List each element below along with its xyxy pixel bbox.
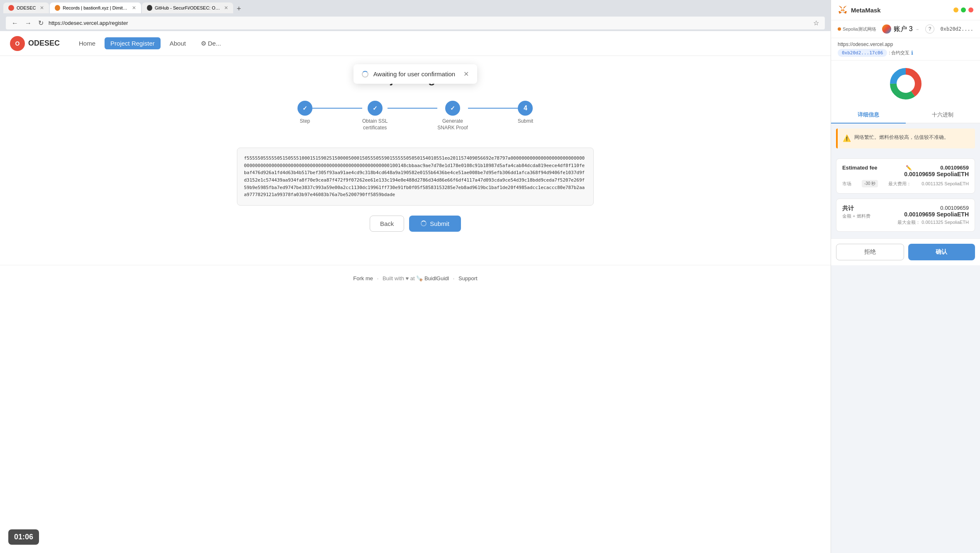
metamask-logo-icon xyxy=(838,5,848,15)
mm-help-button[interactable]: ? xyxy=(925,24,934,34)
mm-title-text: MetaMask xyxy=(851,7,881,14)
mm-tab-hex[interactable]: 十六进制 xyxy=(906,107,980,124)
mm-top-bar: Sepolia测试网络 账户 3 → ? 0xb20d2.... xyxy=(831,20,980,38)
tab-github[interactable]: GitHub - SecurFi/ODESEC: On-ch... ✕ xyxy=(142,2,233,13)
svg-marker-5 xyxy=(843,9,845,11)
nav-de[interactable]: ⚙ De... xyxy=(195,37,227,50)
mm-total-max-label: 最大金额： xyxy=(897,220,920,225)
mm-fee-edit-icon[interactable]: ✏️ xyxy=(906,165,912,171)
submit-spinner xyxy=(421,221,427,226)
mm-fee-box: Estimated fee ✏️ 0.00109659 0.00109659 S… xyxy=(836,158,975,194)
mm-chart-area xyxy=(831,61,980,107)
mm-site-url: https://odesec.vercel.app 0xb20d2...17c0… xyxy=(831,38,980,61)
mm-contract-label: : 合约交互 xyxy=(889,50,909,56)
footer-built-with: Built with ♥ at 🪚 xyxy=(383,275,424,281)
submit-button[interactable]: Submit xyxy=(409,216,461,232)
site-footer: Fork me · Built with ♥ at 🪚 BuidlGuidl ·… xyxy=(0,265,831,291)
code-output: f555550555550515055510001515902515000050… xyxy=(237,148,594,206)
step-3-label: GenerateSNARK Proof xyxy=(437,118,468,131)
svg-marker-2 xyxy=(844,11,847,14)
footer-buidl-link[interactable]: BuidlGuidl xyxy=(424,275,449,281)
clock-display: 01:06 xyxy=(8,529,39,545)
mm-network[interactable]: Sepolia测试网络 xyxy=(838,26,876,32)
step-1-circle: ✓ xyxy=(297,101,312,116)
tab-title-odesec: ODESEC xyxy=(17,5,36,10)
forward-nav-button[interactable]: → xyxy=(23,19,33,28)
toast-close-button[interactable]: ✕ xyxy=(463,70,469,78)
mm-fee-eth-large: 0.00109659 SepoliaETH xyxy=(842,171,969,177)
mm-warning-icon: ⚠️ xyxy=(843,133,851,143)
nav-de-icon: ⚙ xyxy=(201,40,206,47)
mm-total-left: 共计 金额 + 燃料费 xyxy=(842,205,870,226)
svg-marker-6 xyxy=(841,11,843,13)
nav-de-label: De... xyxy=(208,40,221,47)
step-2: ✓ Obtain SSLcertificates xyxy=(362,101,388,131)
step-1-label: Step xyxy=(300,118,310,125)
tab-odesec[interactable]: ODESEC ✕ xyxy=(3,2,49,13)
nav-home[interactable]: Home xyxy=(73,37,101,49)
toast-notification: Awaiting for user confirmation ✕ xyxy=(353,64,477,84)
nav-project-register[interactable]: Project Register xyxy=(105,37,161,49)
mm-title: MetaMask xyxy=(838,5,881,15)
mm-market-label: 市场 xyxy=(842,181,851,187)
stepper: ✓ Step ✓ Obtain SSLcertificates ✓ Genera… xyxy=(237,101,594,131)
back-nav-button[interactable]: ← xyxy=(10,19,20,28)
tab-records[interactable]: Records | bastionfi.xyz | Dimitry s... ✕ xyxy=(50,2,141,13)
step-line-2 xyxy=(388,108,437,109)
mm-account[interactable]: 账户 3 → xyxy=(882,24,919,34)
mm-minimize-button[interactable] xyxy=(953,7,958,12)
mm-time-badge: -30 秒 xyxy=(862,180,878,187)
nav-about[interactable]: About xyxy=(164,37,192,49)
logo-letter: O xyxy=(15,40,20,47)
tab-title-records: Records | bastionfi.xyz | Dimitry s... xyxy=(63,5,128,10)
toast-spinner xyxy=(362,71,368,78)
mm-contract-info-icon[interactable]: ℹ xyxy=(911,50,913,56)
mm-account-arrow: → xyxy=(915,27,919,32)
mm-address: 0xb20d2.... xyxy=(941,26,973,32)
svg-marker-7 xyxy=(843,11,844,13)
mm-donut-chart xyxy=(889,67,922,100)
mm-total-sublabel: 金额 + 燃料费 xyxy=(842,213,870,219)
code-text: f555550555550515055510001515902515000050… xyxy=(244,155,585,197)
mm-fee-detail-row: 市场 -30 秒 最大费用： 0.0011325 SepoliaETH xyxy=(842,180,969,187)
mm-max-fee-label: 最大费用： xyxy=(888,181,911,187)
mm-url-text: https://odesec.vercel.app xyxy=(838,41,893,47)
mm-estimated-fee-label: Estimated fee xyxy=(842,165,878,171)
mm-warning-box: ⚠️ 网络繁忙。燃料价格较高，估值较不准确。 xyxy=(836,129,975,148)
mm-total-title: 共计 xyxy=(842,205,870,212)
footer-dot-2: · xyxy=(453,275,455,281)
tab-close-records[interactable]: ✕ xyxy=(132,5,136,11)
back-button[interactable]: Back xyxy=(370,216,404,232)
tab-close-odesec[interactable]: ✕ xyxy=(40,5,44,11)
new-tab-button[interactable]: + xyxy=(234,5,244,13)
mm-max-fee-value: 0.0011325 SepoliaETH xyxy=(921,181,969,186)
mm-close-button[interactable] xyxy=(968,7,973,12)
mm-total-max-value: 0.0011325 SepoliaETH xyxy=(921,220,969,225)
url-bar[interactable] xyxy=(49,20,808,26)
step-2-label: Obtain SSLcertificates xyxy=(362,118,388,131)
footer-fork-me[interactable]: Fork me xyxy=(353,275,373,281)
mm-reject-button[interactable]: 拒绝 xyxy=(836,244,904,260)
tab-close-github[interactable]: ✕ xyxy=(224,5,228,11)
mm-warning-text: 网络繁忙。燃料价格较高，估值较不准确。 xyxy=(854,133,949,143)
reload-button[interactable]: ↻ xyxy=(37,18,45,28)
footer-dot-1: · xyxy=(377,275,379,281)
mm-confirm-button[interactable]: 确认 xyxy=(908,244,975,260)
tab-favicon-odesec xyxy=(8,5,14,11)
svg-marker-1 xyxy=(839,6,842,9)
toast-overlay: Awaiting for user confirmation ✕ xyxy=(0,56,831,84)
step-4: 4 Submit xyxy=(518,101,533,125)
logo-circle: O xyxy=(10,36,25,51)
mm-total-header: 共计 金额 + 燃料费 0.00109659 0.00109659 Sepoli… xyxy=(842,205,969,226)
main-content: Project Register ✓ Step ✓ Obtain SSLcert… xyxy=(229,56,602,257)
mm-maximize-button[interactable] xyxy=(961,7,966,12)
address-bar: ← → ↻ ☆ xyxy=(6,17,825,29)
mm-contract-pill[interactable]: 0xb20d2...17c06 xyxy=(838,49,887,57)
footer-support-link[interactable]: Support xyxy=(458,275,478,281)
tab-bar: ODESEC ✕ Records | bastionfi.xyz | Dimit… xyxy=(3,2,827,13)
mm-tab-detail[interactable]: 详细信息 xyxy=(831,107,906,124)
bookmark-button[interactable]: ☆ xyxy=(812,18,821,28)
submit-label: Submit xyxy=(430,220,449,227)
mm-total-amount: 0.00109659 xyxy=(897,205,969,211)
step-1: ✓ Step xyxy=(297,101,312,125)
